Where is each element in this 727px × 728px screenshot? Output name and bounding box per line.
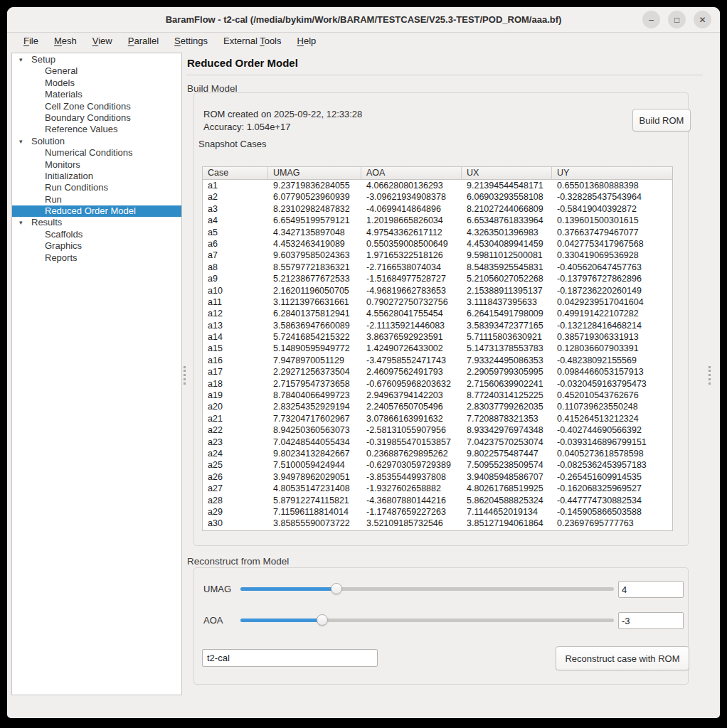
sidebar-item-results[interactable]: ▾Results [12, 217, 181, 228]
table-row[interactable]: a172.292712563735042.460975624917932.290… [203, 366, 672, 378]
cell-aoa[interactable]: -0.319855470153857 [361, 437, 462, 448]
splitter-handle-right[interactable] [709, 366, 711, 385]
cell-case[interactable]: a14 [203, 331, 268, 343]
cell-case[interactable]: a12 [203, 308, 268, 319]
cell-ux[interactable]: 2.83037799262035 [462, 401, 552, 412]
cell-aoa[interactable]: -0.676095968203632 [361, 378, 462, 390]
cell-ux[interactable]: 4.3263501396983 [462, 227, 552, 238]
sidebar-item-run-conditions[interactable]: Run Conditions [12, 182, 181, 193]
cell-uy[interactable]: -0.405620647457763 [552, 262, 672, 273]
cell-case[interactable]: a27 [203, 483, 268, 494]
sidebar-item-initialization[interactable]: Initialization [12, 171, 181, 182]
cell-case[interactable]: a10 [203, 285, 268, 296]
cell-case[interactable]: a22 [203, 424, 268, 436]
cell-umag[interactable]: 3.11213976631661 [268, 296, 361, 308]
cell-case[interactable]: a2 [203, 191, 268, 203]
cell-ux[interactable]: 5.86204588825324 [462, 495, 552, 506]
cell-ux[interactable]: 6.06903293558108 [462, 191, 552, 203]
sidebar-item-reports[interactable]: Reports [12, 252, 181, 264]
table-row[interactable]: a88.55797721836321-2.71665380740348.5483… [203, 262, 672, 273]
cell-uy[interactable]: -0.48238092155569 [552, 355, 672, 366]
cell-uy[interactable]: -0.265451609914535 [552, 471, 672, 483]
table-row[interactable]: a182.71579547373658-0.6760959682036322.7… [203, 378, 672, 390]
sidebar-item-numerical-conditions[interactable]: Numerical Conditions [12, 147, 181, 159]
aoa-value-input[interactable] [618, 612, 684, 629]
table-row[interactable]: a303.858555900737223.521091857325463.851… [203, 518, 672, 529]
sidebar-item-graphics[interactable]: Graphics [12, 240, 181, 252]
cell-case[interactable]: a25 [203, 459, 268, 471]
cell-umag[interactable]: 6.65495199579121 [268, 215, 361, 226]
cell-ux[interactable]: 3.94085948586707 [462, 471, 552, 483]
table-row[interactable]: a257.5100059424944-0.6297030597293897.50… [203, 459, 672, 471]
cell-uy[interactable]: -0.162068325969527 [552, 483, 672, 494]
cell-uy[interactable]: -0.0393146896799151 [552, 437, 672, 448]
cell-uy[interactable]: 0.0427753417967568 [552, 238, 672, 250]
case-name-input[interactable] [202, 649, 378, 667]
cell-ux[interactable]: 8.93342976974348 [462, 424, 552, 436]
sidebar-item-materials[interactable]: Materials [12, 89, 181, 100]
cell-umag[interactable]: 4.4532463419089 [268, 238, 361, 250]
column-header-umag[interactable]: UMAG [268, 167, 361, 180]
cell-aoa[interactable]: 0.236887629895262 [361, 448, 462, 459]
cell-aoa[interactable]: 3.07866163991632 [361, 413, 462, 424]
cell-aoa[interactable]: 4.06628080136293 [361, 180, 462, 191]
cell-uy[interactable]: 0.655013680888398 [552, 180, 672, 191]
umag-slider[interactable] [240, 587, 614, 591]
table-row[interactable]: a54.34271358970484.975433626171124.32635… [203, 227, 672, 238]
cell-case[interactable]: a13 [203, 320, 268, 331]
cell-uy[interactable]: -0.447774730882534 [552, 495, 672, 506]
cell-case[interactable]: a16 [203, 355, 268, 366]
table-row[interactable]: a46.654951995791211.201986658260346.6534… [203, 215, 672, 226]
cell-umag[interactable]: 6.07790523960939 [268, 191, 361, 203]
cell-case[interactable]: a26 [203, 471, 268, 483]
cell-aoa[interactable]: -1.17487659227263 [361, 506, 462, 518]
cell-case[interactable]: a7 [203, 250, 268, 261]
cell-case[interactable]: a28 [203, 495, 268, 506]
cell-ux[interactable]: 3.58393472377165 [462, 320, 552, 331]
menu-mesh[interactable]: Mesh [46, 33, 85, 49]
table-row[interactable]: a95.21238677672533-1.516849775287275.210… [203, 273, 672, 284]
cell-uy[interactable]: -0.145905866503588 [552, 506, 672, 518]
cell-uy[interactable]: 0.385719306331913 [552, 331, 672, 343]
cell-uy[interactable]: -0.132128416468214 [552, 320, 672, 331]
titlebar[interactable]: BaramFlow - t2-cal (/media/bykim/Work/BA… [7, 7, 720, 33]
umag-value-input[interactable] [618, 581, 684, 598]
sidebar-item-cell-zone-conditions[interactable]: Cell Zone Conditions [12, 101, 181, 112]
cell-ux[interactable]: 4.45304089941459 [462, 238, 552, 250]
cell-aoa[interactable]: -2.58131055907956 [361, 424, 462, 436]
cell-ux[interactable]: 9.59811012500081 [462, 250, 552, 261]
cell-aoa[interactable]: -4.0699414864896 [361, 203, 462, 215]
table-row[interactable]: a145.724168542153223.863765929235915.711… [203, 331, 672, 343]
reconstruct-button[interactable]: Reconstruct case with ROM [556, 646, 689, 670]
cell-uy[interactable]: 0.499191422107282 [552, 308, 672, 319]
menu-settings[interactable]: Settings [166, 33, 216, 49]
cell-umag[interactable]: 2.83254352929194 [268, 401, 361, 412]
cell-uy[interactable]: 0.110739623550248 [552, 401, 672, 412]
table-row[interactable]: a126.284013758129414.556280417554546.264… [203, 308, 672, 319]
cell-uy[interactable]: 0.376637479467077 [552, 227, 672, 238]
cell-ux[interactable]: 9.8022575487447 [462, 448, 552, 459]
cell-uy[interactable]: 0.139601500301615 [552, 215, 672, 226]
column-header-aoa[interactable]: AOA [361, 167, 462, 180]
minimize-button[interactable]: – [642, 11, 660, 28]
cell-umag[interactable]: 7.11596118814014 [268, 506, 361, 518]
cell-umag[interactable]: 8.94250360563073 [268, 424, 361, 436]
cell-case[interactable]: a23 [203, 437, 268, 448]
table-row[interactable]: a133.58636947660089-2.111359214460833.58… [203, 320, 672, 331]
cell-ux[interactable]: 8.77240314125225 [462, 390, 552, 401]
cell-case[interactable]: a18 [203, 378, 268, 390]
table-row[interactable]: a79.603795850243631.971653225181269.5981… [203, 250, 672, 261]
cell-case[interactable]: a1 [203, 180, 268, 191]
cell-ux[interactable]: 5.71115803630921 [462, 331, 552, 343]
cell-umag[interactable]: 2.71579547373658 [268, 378, 361, 390]
cell-aoa[interactable]: -1.9327602658882 [361, 483, 462, 494]
expander-down-icon[interactable]: ▾ [19, 217, 23, 228]
table-row[interactable]: a26.07790523960939-3.096219349083786.069… [203, 191, 672, 203]
splitter-handle-left[interactable] [184, 366, 186, 385]
cell-uy[interactable]: 0.128036607903391 [552, 343, 672, 354]
umag-slider-handle[interactable] [331, 583, 342, 594]
cell-umag[interactable]: 5.87912274115821 [268, 495, 361, 506]
cell-aoa[interactable]: -3.47958552471743 [361, 355, 462, 366]
cell-ux[interactable]: 7.7208878321353 [462, 413, 552, 424]
cell-ux[interactable]: 3.1118437395633 [462, 296, 552, 308]
